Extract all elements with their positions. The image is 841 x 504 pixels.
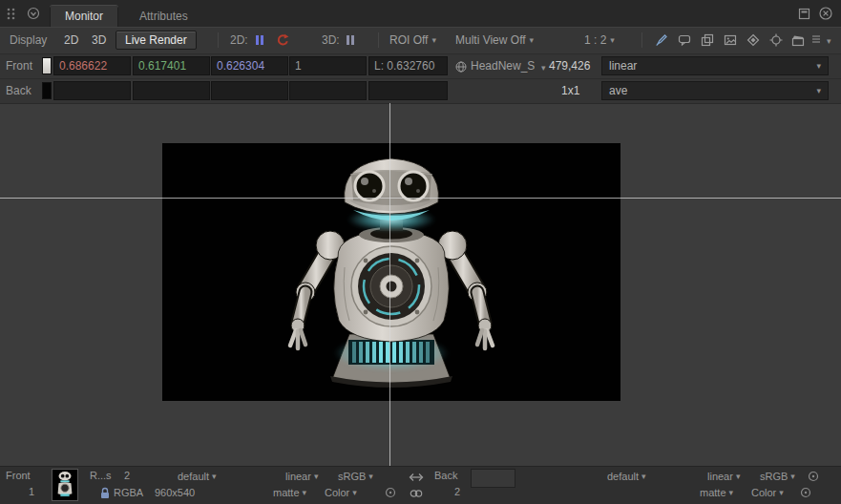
back-cycle-icon[interactable] [808,471,819,482]
front-channels: RGBA [114,487,143,498]
back-mode-dropdown[interactable]: ave ▾ [601,81,829,100]
front-label: Front [6,59,32,73]
render-node-dropdown[interactable]: HeadNew_S [471,59,535,73]
back-channel-view-value: Color [751,487,776,498]
globe-icon [455,61,467,73]
back-buffer-thumbnail[interactable] [471,469,515,488]
back-matte-dropdown[interactable]: matte ▾ [700,486,733,499]
back-red-field [53,81,131,100]
zoom-level: 1x1 [561,84,579,97]
display-menu[interactable]: Display [10,33,47,47]
front-colorspace-footer-value: linear [285,471,311,482]
cursor-coordinates: 479,426 [549,59,590,73]
tab-attributes-label: Attributes [139,10,188,23]
view-2d-button[interactable]: 2D [64,33,78,47]
front-buffer-index: 1 [29,486,34,497]
diamond-compare-icon[interactable] [746,33,760,47]
toolbar-separator [641,32,642,48]
front-display-dropdown[interactable]: sRGB ▾ [338,470,373,483]
crosshair-horizontal [0,198,841,199]
chevron-down-icon[interactable]: ▾ [541,61,546,74]
image-snapshot-icon[interactable] [724,33,737,47]
lock-icon[interactable] [99,487,111,499]
refresh-2d-icon[interactable] [276,33,289,47]
front-red-field: 0.686622 [53,56,131,75]
robot-render [162,143,620,401]
pixel-probe-back-row: Back 1x1 ave ▾ [0,78,841,103]
front-alpha-value: 1 [295,59,302,73]
center-target-icon[interactable] [769,33,783,47]
playback-3d-label: 3D: [322,33,340,47]
front-blue-value: 0.626304 [217,59,264,73]
back-layer-dropdown[interactable]: default ▾ [607,470,646,483]
back-channel-view-dropdown[interactable]: Color ▾ [751,486,784,499]
chevron-down-icon: ▾ [736,470,741,483]
tab-attributes[interactable]: Attributes [124,5,203,27]
front-render-name[interactable]: R...s [90,470,112,481]
buffer-bar: Front 1 R...s 2 default ▾ linear ▾ sRGB [0,466,841,504]
chevron-down-icon: ▾ [816,59,821,73]
toolbar-menu-icon[interactable] [811,34,821,46]
roi-value: ROI Off [389,33,428,47]
front-colorspace-footer-dropdown[interactable]: linear ▾ [285,470,318,483]
toolbar-separator [378,32,379,48]
crosshair-vertical [389,103,390,466]
compare-ratio-dropdown[interactable]: 1 : 2 ▾ [584,33,615,47]
front-channel-view-dropdown[interactable]: Color ▾ [325,486,357,499]
chevron-down-icon: ▾ [779,486,784,499]
panel-grip-icon[interactable] [7,8,16,20]
live-render-button[interactable]: Live Render [116,31,197,50]
back-blue-field [211,81,288,100]
front-cycle-icon[interactable] [385,487,396,498]
roi-dropdown[interactable]: ROI Off ▾ [389,33,436,47]
pause-2d-icon[interactable] [256,35,263,45]
front-resolution: 960x540 [155,487,195,498]
back-mode-value: ave [609,84,627,97]
back-display-dropdown[interactable]: sRGB ▾ [760,470,795,483]
back-colorspace-footer-dropdown[interactable]: linear ▾ [707,470,740,483]
render-clapper-icon[interactable] [791,33,805,47]
front-matte-value: matte [273,487,300,498]
view-3d-button[interactable]: 3D [92,33,106,47]
chevron-down-icon: ▾ [368,470,373,483]
front-matte-dropdown[interactable]: matte ▾ [273,486,306,499]
front-render-count: 2 [124,470,130,481]
footer-back-label: Back [434,470,457,481]
comment-bubble-icon[interactable] [678,33,691,47]
front-layer-value: default [178,471,209,482]
chevron-down-icon: ▾ [790,470,795,483]
monitor-viewport[interactable] [0,103,841,466]
front-layer-dropdown[interactable]: default ▾ [178,470,217,483]
front-colorspace-dropdown[interactable]: linear ▾ [601,56,829,75]
swap-buffers-icon[interactable] [409,472,424,483]
chevron-down-icon: ▾ [352,486,357,499]
close-icon[interactable] [819,7,832,20]
float-panel-icon[interactable] [798,8,810,20]
chevron-down-icon: ▾ [431,33,436,47]
compare-ratio-value: 1 : 2 [584,33,606,47]
tab-monitor-label: Monitor [65,10,103,23]
back-cycle-icon-2[interactable] [800,487,811,498]
multi-view-dropdown[interactable]: Multi View Off ▾ [455,33,534,47]
front-alpha-field: 1 [289,56,367,75]
link-buffers-icon[interactable] [409,488,424,499]
viewer-toolbar: Display 2D 3D Live Render 2D: 3D: ROI Of… [0,27,841,53]
front-green-value: 0.617401 [138,59,186,73]
front-buffer-thumbnail[interactable] [52,469,78,501]
duplicate-layers-icon[interactable] [701,33,714,47]
pause-3d-icon[interactable] [347,35,354,45]
back-luminance-field [368,81,448,100]
panel-menu-icon[interactable] [27,7,40,20]
pixel-probe-pen-icon[interactable] [655,33,668,47]
chevron-down-icon: ▾ [314,470,319,483]
playback-2d-label: 2D: [230,33,248,47]
front-luminance-value: L: 0.632760 [374,59,434,73]
chevron-down-icon: ▾ [816,84,821,97]
toolbar-separator [218,32,219,48]
front-colorspace-value: linear [609,59,637,73]
back-layer-value: default [607,471,639,482]
chevron-down-icon[interactable]: ▾ [827,34,831,48]
render-image[interactable] [162,143,620,401]
tab-monitor[interactable]: Monitor [50,5,118,27]
pixel-probe-front-row: Front 0.686622 0.617401 0.626304 1 L: 0.… [0,53,841,78]
